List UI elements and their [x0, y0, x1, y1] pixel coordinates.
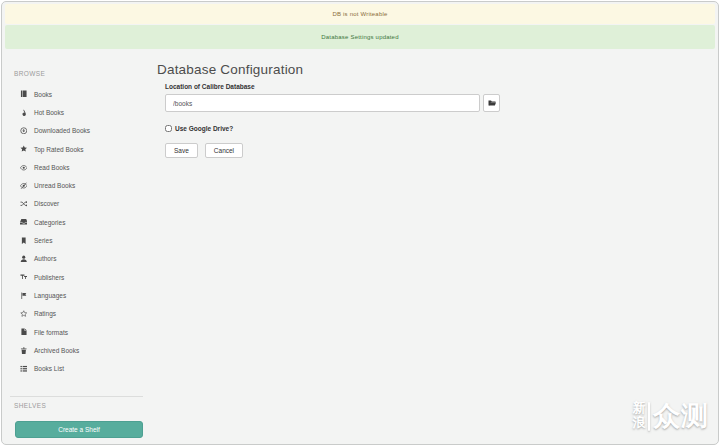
sidebar-item-label: Books	[34, 91, 52, 98]
sidebar-item-label: Hot Books	[34, 109, 64, 116]
sidebar-item-downloaded-books[interactable]: Downloaded Books	[2, 122, 148, 140]
sidebar-item-label: Publishers	[34, 274, 64, 281]
folder-open-icon	[488, 99, 496, 107]
create-shelf-button[interactable]: Create a Shelf	[15, 421, 143, 438]
watermark-brand-text: 新浪	[632, 401, 646, 431]
location-input-group	[165, 94, 718, 112]
bookmark-icon	[19, 237, 28, 245]
file-icon	[19, 328, 28, 336]
watermark-divider	[648, 402, 650, 431]
user-icon	[19, 255, 28, 263]
sidebar: BROWSE BooksHot BooksDownloaded BooksTop…	[2, 50, 148, 444]
sidebar-item-label: Discover	[34, 200, 59, 207]
sidebar-item-label: Downloaded Books	[34, 127, 90, 134]
alert-settings-updated: Database Settings updated	[5, 25, 715, 49]
form-buttons: Save Cancel	[165, 143, 718, 158]
eye-icon	[19, 164, 28, 172]
sidebar-item-archived-books[interactable]: Archived Books	[2, 341, 148, 359]
sidebar-item-authors[interactable]: Authors	[2, 250, 148, 268]
sidebar-item-label: Ratings	[34, 310, 56, 317]
sidebar-item-books-list[interactable]: Books List	[2, 359, 148, 377]
use-google-drive-checkbox[interactable]	[165, 125, 172, 132]
sidebar-item-label: Series	[34, 237, 52, 244]
download-icon	[19, 127, 28, 135]
sidebar-item-books[interactable]: Books	[2, 85, 148, 103]
alert-warning-text: DB is not Writeable	[332, 11, 387, 17]
fire-icon	[19, 109, 28, 117]
sidebar-item-read-books[interactable]: Read Books	[2, 158, 148, 176]
sidebar-item-label: Unread Books	[34, 182, 75, 189]
sidebar-item-label: Authors	[34, 255, 56, 262]
shuffle-icon	[19, 200, 28, 208]
eye-slash-icon	[19, 182, 28, 190]
sidebar-item-label: Languages	[34, 292, 66, 299]
flag-icon	[19, 292, 28, 300]
sidebar-item-series[interactable]: Series	[2, 231, 148, 249]
sidebar-item-unread-books[interactable]: Unread Books	[2, 176, 148, 194]
page: DB is not Writeable Database Settings up…	[1, 1, 719, 445]
calibre-db-path-input[interactable]	[165, 94, 480, 112]
alert-db-not-writeable: DB is not Writeable	[5, 4, 715, 24]
sidebar-item-label: Archived Books	[34, 347, 79, 354]
sidebar-item-label: File formats	[34, 329, 68, 336]
alert-success-text: Database Settings updated	[321, 34, 398, 40]
sidebar-item-label: Read Books	[34, 164, 69, 171]
sidebar-item-publishers[interactable]: Publishers	[2, 268, 148, 286]
trash-icon	[19, 347, 28, 355]
location-label: Location of Calibre Database	[165, 83, 718, 90]
sidebar-item-ratings[interactable]: Ratings	[2, 305, 148, 323]
sidebar-shelves-header: SHELVES	[2, 402, 148, 409]
sidebar-nav: BooksHot BooksDownloaded BooksTop Rated …	[2, 85, 148, 378]
main-content: Database Configuration Location of Calib…	[154, 50, 718, 158]
sidebar-item-discover[interactable]: Discover	[2, 195, 148, 213]
inbox-icon	[19, 218, 28, 226]
star-icon	[19, 145, 28, 153]
sidebar-item-file-formats[interactable]: File formats	[2, 323, 148, 341]
watermark-suffix-text: 众测	[653, 398, 709, 434]
sidebar-browse-header: BROWSE	[2, 70, 148, 77]
sidebar-item-label: Categories	[34, 219, 65, 226]
save-button[interactable]: Save	[165, 143, 198, 158]
watermark: 新浪 众测	[632, 398, 709, 434]
sidebar-item-label: Top Rated Books	[34, 146, 84, 153]
sidebar-item-label: Books List	[34, 365, 64, 372]
sidebar-item-categories[interactable]: Categories	[2, 213, 148, 231]
sidebar-item-top-rated-books[interactable]: Top Rated Books	[2, 140, 148, 158]
sidebar-item-languages[interactable]: Languages	[2, 286, 148, 304]
text-size-icon	[19, 273, 28, 281]
alerts-region: DB is not Writeable Database Settings up…	[5, 4, 715, 49]
book-icon	[19, 90, 28, 98]
browse-folder-button[interactable]	[483, 94, 500, 112]
sidebar-item-hot-books[interactable]: Hot Books	[2, 103, 148, 121]
star-empty-icon	[19, 310, 28, 318]
database-config-form: Location of Calibre Database Use Google …	[165, 83, 718, 158]
cancel-button[interactable]: Cancel	[205, 143, 243, 158]
list-icon	[19, 365, 28, 373]
gdrive-checkbox-row: Use Google Drive?	[165, 125, 718, 132]
use-google-drive-label[interactable]: Use Google Drive?	[175, 125, 233, 132]
sidebar-divider	[10, 396, 143, 397]
page-title: Database Configuration	[157, 62, 718, 77]
